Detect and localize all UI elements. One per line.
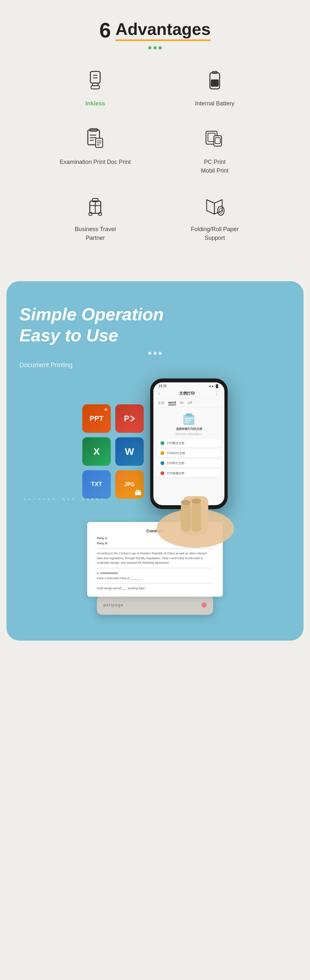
inkless-label: Inkless <box>85 99 105 108</box>
folding-icon-wrapper <box>200 191 229 220</box>
printer-indicator <box>201 603 207 608</box>
title-number: 6 <box>100 20 111 41</box>
pcprint-icon-wrapper <box>200 124 229 153</box>
file-icon-txt: TXT <box>82 470 111 499</box>
phone-select-text: 选择你要打印的文档 <box>176 427 202 431</box>
svg-rect-31 <box>185 418 193 419</box>
phone-menu-icon: ⋮ <box>214 390 219 396</box>
phone-clipboard-icon <box>181 411 197 427</box>
pcprint-icon <box>203 127 227 151</box>
svg-rect-7 <box>211 80 218 86</box>
phone-menu-item-3: 打印时打文档 <box>157 459 221 468</box>
file-icon-pdf: P <box>115 404 144 433</box>
menu-dot-1 <box>160 441 164 445</box>
menu-text-3: 打印时打文档 <box>167 461 184 465</box>
advantage-travel: Business TravelPartner <box>42 191 149 242</box>
menu-dot-3 <box>160 461 164 465</box>
contract-item1: 1. Commitment <box>97 571 213 575</box>
contract-area: Contract Party A: Party B: According to … <box>19 522 291 615</box>
svg-point-27 <box>218 206 224 215</box>
doc-label: W <box>125 446 134 457</box>
tab-xls: xls <box>180 401 184 405</box>
pdf-label: P <box>124 414 135 423</box>
travel-icon-wrapper <box>81 191 110 220</box>
menu-text-4: 打印电脑文档 <box>167 471 184 476</box>
menu-dot-2 <box>160 451 164 455</box>
pcprint-label: PC PrintMobil Print <box>201 158 228 175</box>
advantages-grid: Inkless Internal Battery <box>42 65 268 242</box>
phone-screen: 19:25 ● ● ▐▌ ‹ 文档打印 ⋮ 全部 word <box>153 382 225 505</box>
contract-draft: Draft design period ___ working days <box>97 586 213 590</box>
examination-icon-wrapper <box>81 124 110 153</box>
printer-logo: peripage <box>103 603 123 607</box>
examination-label: Examination Print Doc Print <box>60 158 131 167</box>
inkless-icon <box>83 68 108 92</box>
xls-label: X <box>93 446 100 457</box>
svg-rect-2 <box>91 86 100 89</box>
tab-all: 全部 <box>158 401 164 405</box>
phone-frame: 19:25 ● ● ▐▌ ‹ 文档打印 ⋮ 全部 word <box>150 379 228 509</box>
contract-title: Contract <box>97 528 213 533</box>
simple-dot-3 <box>158 352 162 355</box>
phone-tabs: 全部 word xls pdf <box>153 399 225 407</box>
printer-device: peripage <box>97 595 213 615</box>
menu-text-2: 打印DOC文档 <box>167 451 185 455</box>
svg-rect-0 <box>90 72 100 83</box>
jpg-label: JPG <box>124 482 134 487</box>
side-text: speedandpassion <box>23 498 105 502</box>
svg-rect-33 <box>185 422 189 423</box>
section2-wrapper: Simple Operation Easy to Use Document Pr… <box>0 268 310 641</box>
txt-label: TXT <box>91 481 102 488</box>
examination-icon <box>83 127 108 151</box>
file-icon-jpg: JPG 🏔 <box>115 470 144 499</box>
svg-rect-30 <box>186 414 192 416</box>
menu-text-1: 打印图文文档 <box>167 441 184 445</box>
tab-word: word <box>168 401 176 405</box>
battery-icon-wrapper <box>200 65 229 95</box>
phone-statusbar: 19:25 ● ● ▐▌ <box>153 382 225 389</box>
contract-body: According to the Contract Law of People'… <box>97 551 213 565</box>
inkless-icon-wrapper <box>81 65 110 95</box>
dot-1 <box>148 46 152 49</box>
dot-3 <box>158 46 162 49</box>
advantage-battery: Internal Battery <box>161 65 268 108</box>
contract-party-a: Party A: <box>97 536 213 541</box>
contract-paper: Contract Party A: Party B: According to … <box>87 522 223 597</box>
folding-label: Folding/Roll PaperSupport <box>191 225 239 242</box>
phone-body: 选择你要打印的文档 请把你的小密告诉我们~ 打印图文文档 打印DOC文档 <box>153 407 225 505</box>
simple-dot-1 <box>148 352 152 355</box>
simple-dots <box>19 352 291 355</box>
advantage-inkless: Inkless <box>42 65 149 108</box>
battery-icon <box>203 68 227 92</box>
phone-menu-item-1: 打印图文文档 <box>157 439 221 447</box>
phone-menu-item-4: 打印电脑文档 <box>157 469 221 477</box>
travel-label: Business TravelPartner <box>74 225 115 242</box>
file-icon-xls: X <box>82 438 111 466</box>
advantage-folding: Folding/Roll PaperSupport <box>161 191 268 242</box>
section-dots <box>6 46 304 49</box>
contract-party-a-item: Party A entrusted Party B _______ <box>97 576 213 581</box>
phone-time: 19:25 <box>158 384 167 388</box>
battery-label: Internal Battery <box>195 99 234 108</box>
printer-controls <box>201 603 207 608</box>
file-icon-ppt: PPT ✦ <box>82 404 111 433</box>
folding-icon <box>203 194 227 218</box>
simple-operation-section: Simple Operation Easy to Use Document Pr… <box>6 281 304 641</box>
section-title: 6 Advantages <box>6 19 304 41</box>
phone-nav: ‹ 文档打印 ⋮ <box>153 389 225 399</box>
title-text: Advantages <box>115 19 210 41</box>
phone-signal: ● ● ▐▌ <box>209 384 219 388</box>
contract-party-b: Party B: <box>97 541 213 546</box>
simple-title: Simple Operation Easy to Use <box>19 304 291 346</box>
phone-back-arrow: ‹ <box>158 391 160 396</box>
travel-icon <box>83 194 108 218</box>
file-icons-grid: PPT ✦ P X W T <box>82 404 144 499</box>
svg-rect-32 <box>185 420 191 421</box>
ppt-label: PPT <box>90 414 104 423</box>
phone-menu-item-2: 打印DOC文档 <box>157 449 221 457</box>
menu-dot-4 <box>160 471 164 475</box>
simple-subtitle: Document Printing <box>19 361 291 369</box>
dot-2 <box>153 46 157 49</box>
file-icon-doc: W <box>115 438 144 466</box>
advantage-examination: Examination Print Doc Print <box>42 124 149 175</box>
